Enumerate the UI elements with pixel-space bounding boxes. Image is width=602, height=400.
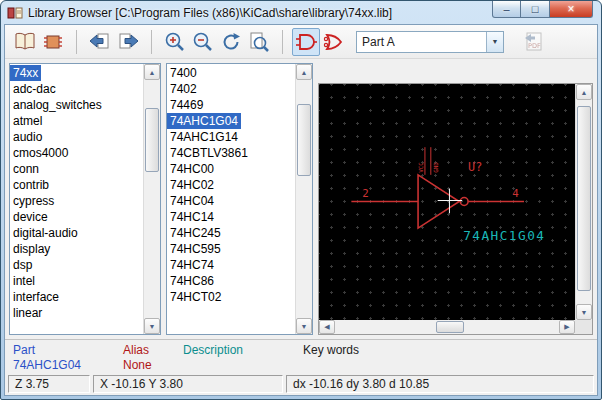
demorgan-alternate-button[interactable] bbox=[320, 28, 348, 56]
library-item-digital-audio[interactable]: digital-audio bbox=[10, 225, 143, 241]
part-item-74HC245[interactable]: 74HC245 bbox=[167, 225, 295, 241]
list-item-label: interface bbox=[10, 289, 62, 305]
pdf-icon: PDF bbox=[522, 30, 546, 54]
scroll-left-icon[interactable]: ◀ bbox=[319, 320, 335, 334]
library-item-dsp[interactable]: dsp bbox=[10, 257, 143, 273]
next-part-button[interactable] bbox=[114, 28, 142, 56]
part-item-74CBTLV3861[interactable]: 74CBTLV3861 bbox=[167, 145, 295, 161]
library-scroll-thumb[interactable] bbox=[145, 108, 159, 172]
scrollbar-corner bbox=[575, 320, 592, 334]
part-item-74469[interactable]: 74469 bbox=[167, 97, 295, 113]
library-item-device[interactable]: device bbox=[10, 209, 143, 225]
schematic-canvas[interactable]: 2 4 U? 74AHC1G04 VCC GND bbox=[319, 84, 575, 320]
library-item-atmel[interactable]: atmel bbox=[10, 113, 143, 129]
zoom-fit-button[interactable] bbox=[245, 28, 273, 56]
redraw-icon bbox=[219, 30, 243, 54]
list-item-label: 74HC595 bbox=[167, 241, 224, 257]
part-scroll-thumb[interactable] bbox=[297, 104, 311, 176]
svg-text:PDF: PDF bbox=[528, 42, 541, 50]
canvas-hscroll-track[interactable] bbox=[335, 320, 559, 334]
maximize-button[interactable]: □ bbox=[521, 1, 549, 18]
app-icon bbox=[7, 5, 23, 21]
list-item-label: cypress bbox=[10, 193, 57, 209]
scroll-up-icon[interactable]: ▲ bbox=[144, 64, 160, 80]
redraw-view-button[interactable] bbox=[217, 28, 245, 56]
pin-number-input: 2 bbox=[362, 187, 368, 200]
part-item-74HC02[interactable]: 74HC02 bbox=[167, 177, 295, 193]
canvas-vscroll-track[interactable] bbox=[576, 100, 592, 304]
library-item-74xx[interactable]: 74xx bbox=[10, 65, 143, 81]
list-item-label: atmel bbox=[10, 113, 45, 129]
canvas-vscroll-thumb[interactable] bbox=[577, 106, 591, 291]
list-item-label: linear bbox=[10, 305, 45, 321]
library-item-conn[interactable]: conn bbox=[10, 161, 143, 177]
list-item-label: display bbox=[10, 241, 53, 257]
part-listbox: 740074027446974AHC1G0474AHC1G1474CBTLV38… bbox=[166, 63, 313, 335]
library-item-adc-dac[interactable]: adc-dac bbox=[10, 81, 143, 97]
status-zoom: Z 3.75 bbox=[8, 375, 90, 393]
canvas-vertical-scrollbar[interactable]: ▲ ▼ bbox=[575, 84, 592, 320]
select-part-button[interactable] bbox=[39, 28, 67, 56]
part-item-74HC74[interactable]: 74HC74 bbox=[167, 257, 295, 273]
zoom-in-button[interactable] bbox=[161, 28, 189, 56]
list-item-label: conn bbox=[10, 161, 42, 177]
part-item-74AHC1G14[interactable]: 74AHC1G14 bbox=[167, 129, 295, 145]
scroll-down-icon[interactable]: ▼ bbox=[144, 318, 160, 334]
zoom-out-button[interactable] bbox=[189, 28, 217, 56]
scroll-up-icon[interactable]: ▲ bbox=[576, 84, 592, 100]
library-item-cmos4000[interactable]: cmos4000 bbox=[10, 145, 143, 161]
power-pin-label-gnd: GND bbox=[433, 162, 439, 173]
list-item-label: 74xx bbox=[10, 65, 41, 81]
library-item-linear[interactable]: linear bbox=[10, 305, 143, 321]
scroll-down-icon[interactable]: ▼ bbox=[576, 304, 592, 320]
next-arrow-icon bbox=[116, 30, 140, 54]
part-item-74HC04[interactable]: 74HC04 bbox=[167, 193, 295, 209]
part-item-7402[interactable]: 7402 bbox=[167, 81, 295, 97]
list-item-label: 74HC02 bbox=[167, 177, 217, 193]
part-item-74HC14[interactable]: 74HC14 bbox=[167, 209, 295, 225]
info-part-value: 74AHC1G04 bbox=[13, 358, 123, 372]
library-item-intel[interactable]: intel bbox=[10, 273, 143, 289]
library-scrollbar[interactable]: ▲ ▼ bbox=[143, 64, 160, 334]
select-library-button[interactable] bbox=[11, 28, 39, 56]
previous-part-button[interactable] bbox=[86, 28, 114, 56]
part-item-74HC86[interactable]: 74HC86 bbox=[167, 273, 295, 289]
list-item-label: 74HC14 bbox=[167, 209, 217, 225]
gate-alternate-icon bbox=[322, 30, 346, 54]
library-item-analog_switches[interactable]: analog_switches bbox=[10, 97, 143, 113]
main-area: 74xxadc-dacanalog_switchesatmelaudiocmos… bbox=[5, 59, 597, 339]
close-button[interactable]: × bbox=[549, 1, 593, 18]
canvas-horizontal-scrollbar[interactable]: ◀ ▶ bbox=[319, 320, 575, 334]
demorgan-standard-button[interactable] bbox=[292, 28, 320, 56]
library-scroll-track[interactable] bbox=[144, 80, 160, 318]
close-icon: × bbox=[567, 3, 574, 15]
component-value: 74AHC1G04 bbox=[463, 228, 545, 243]
library-item-audio[interactable]: audio bbox=[10, 129, 143, 145]
scroll-up-icon[interactable]: ▲ bbox=[296, 64, 312, 80]
scroll-down-icon[interactable]: ▼ bbox=[296, 318, 312, 334]
part-item-74AHC1G04[interactable]: 74AHC1G04 bbox=[167, 113, 295, 129]
library-item-cypress[interactable]: cypress bbox=[10, 193, 143, 209]
part-item-74HC00[interactable]: 74HC00 bbox=[167, 161, 295, 177]
library-item-contrib[interactable]: contrib bbox=[10, 177, 143, 193]
library-item-interface[interactable]: interface bbox=[10, 289, 143, 305]
list-item-label: audio bbox=[10, 129, 45, 145]
part-scrollbar[interactable]: ▲ ▼ bbox=[295, 64, 312, 334]
export-pdf-button[interactable]: PDF bbox=[520, 28, 548, 56]
list-item-label: contrib bbox=[10, 177, 52, 193]
minimize-button[interactable]: – bbox=[492, 1, 521, 18]
pin-number-output: 4 bbox=[512, 187, 518, 200]
canvas-hscroll-thumb[interactable] bbox=[436, 321, 464, 333]
library-item-display[interactable]: display bbox=[10, 241, 143, 257]
part-scroll-track[interactable] bbox=[296, 80, 312, 318]
list-item-label: 74HC86 bbox=[167, 273, 217, 289]
titlebar[interactable]: Library Browser [C:\Program Files (x86)\… bbox=[1, 1, 601, 24]
part-item-74HCT02[interactable]: 74HCT02 bbox=[167, 289, 295, 305]
list-item-label: analog_switches bbox=[10, 97, 105, 113]
part-item-74HC595[interactable]: 74HC595 bbox=[167, 241, 295, 257]
info-header-description: Description bbox=[183, 343, 303, 357]
scroll-right-icon[interactable]: ▶ bbox=[559, 320, 575, 334]
part-unit-selector[interactable]: Part A ▼ bbox=[356, 31, 504, 53]
part-item-7400[interactable]: 7400 bbox=[167, 65, 295, 81]
list-item-label: intel bbox=[10, 273, 38, 289]
